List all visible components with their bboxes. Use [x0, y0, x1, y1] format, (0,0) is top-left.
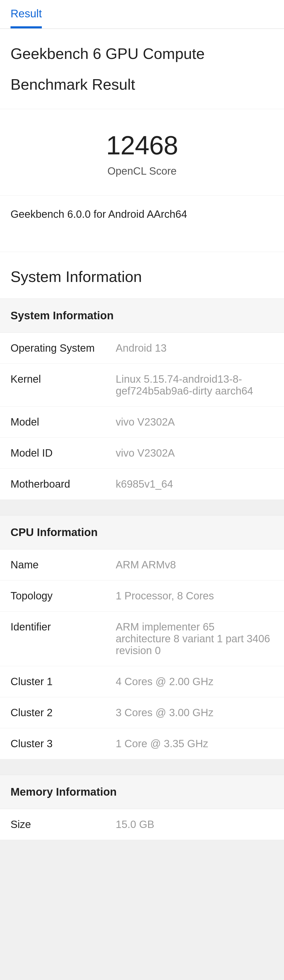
info-label: Model ID: [11, 447, 116, 459]
tab-bar: Result: [0, 0, 284, 29]
group-rows: NameARM ARMv8Topology1 Processor, 8 Core…: [0, 549, 284, 759]
info-value: 3 Cores @ 3.00 GHz: [116, 707, 273, 719]
group-header: Memory Information: [0, 775, 284, 809]
section-gap: [0, 500, 284, 515]
info-row: NameARM ARMv8: [0, 549, 284, 581]
info-value: 4 Cores @ 2.00 GHz: [116, 676, 273, 687]
info-label: Cluster 2: [11, 707, 116, 719]
group-rows: Operating SystemAndroid 13KernelLinux 5.…: [0, 333, 284, 500]
score-label: OpenCL Score: [11, 165, 273, 177]
info-value: Android 13: [116, 342, 273, 354]
info-value: vivo V2302A: [116, 447, 273, 459]
info-row: Motherboardk6985v1_64: [0, 469, 284, 500]
info-row: Cluster 14 Cores @ 2.00 GHz: [0, 666, 284, 697]
info-label: Size: [11, 819, 116, 830]
group-header: CPU Information: [0, 515, 284, 549]
info-label: Cluster 3: [11, 738, 116, 749]
info-row: Model IDvivo V2302A: [0, 438, 284, 469]
info-label: Topology: [11, 590, 116, 602]
info-label: Motherboard: [11, 478, 116, 490]
info-value: ARM ARMv8: [116, 559, 273, 571]
info-label: Operating System: [11, 342, 116, 354]
page-title-line2: Benchmark Result: [0, 62, 284, 109]
info-label: Model: [11, 416, 116, 428]
info-row: Operating SystemAndroid 13: [0, 333, 284, 364]
info-row: KernelLinux 5.15.74-android13-8-gef724b5…: [0, 364, 284, 407]
info-label: Kernel: [11, 373, 116, 397]
info-row: IdentifierARM implementer 65 architectur…: [0, 611, 284, 666]
info-value: ARM implementer 65 architecture 8 varian…: [116, 621, 273, 657]
info-row: Cluster 23 Cores @ 3.00 GHz: [0, 697, 284, 728]
info-row: Size15.0 GB: [0, 809, 284, 840]
info-label: Cluster 1: [11, 676, 116, 687]
tab-result[interactable]: Result: [11, 0, 42, 29]
info-value: Linux 5.15.74-android13-8-gef724b5ab9a6-…: [116, 373, 273, 397]
info-row: Topology1 Processor, 8 Cores: [0, 581, 284, 611]
info-row: Cluster 31 Core @ 3.35 GHz: [0, 728, 284, 759]
version-text: Geekbench 6.0.0 for Android AArch64: [0, 196, 284, 252]
section-gap: [0, 759, 284, 775]
page-title-line1: Geekbench 6 GPU Compute: [0, 29, 284, 62]
info-label: Name: [11, 559, 116, 571]
info-value: 1 Core @ 3.35 GHz: [116, 738, 273, 749]
score-block: 12468 OpenCL Score: [0, 109, 284, 196]
result-card: Geekbench 6 GPU Compute Benchmark Result…: [0, 29, 284, 840]
group-header: System Information: [0, 299, 284, 333]
group-rows: Size15.0 GB: [0, 809, 284, 840]
info-value: 15.0 GB: [116, 819, 273, 830]
info-label: Identifier: [11, 621, 116, 657]
info-value: 1 Processor, 8 Cores: [116, 590, 273, 602]
info-value: vivo V2302A: [116, 416, 273, 428]
info-row: Modelvivo V2302A: [0, 407, 284, 438]
section-heading-system-info: System Information: [0, 252, 284, 299]
info-value: k6985v1_64: [116, 478, 273, 490]
score-value: 12468: [11, 130, 273, 161]
